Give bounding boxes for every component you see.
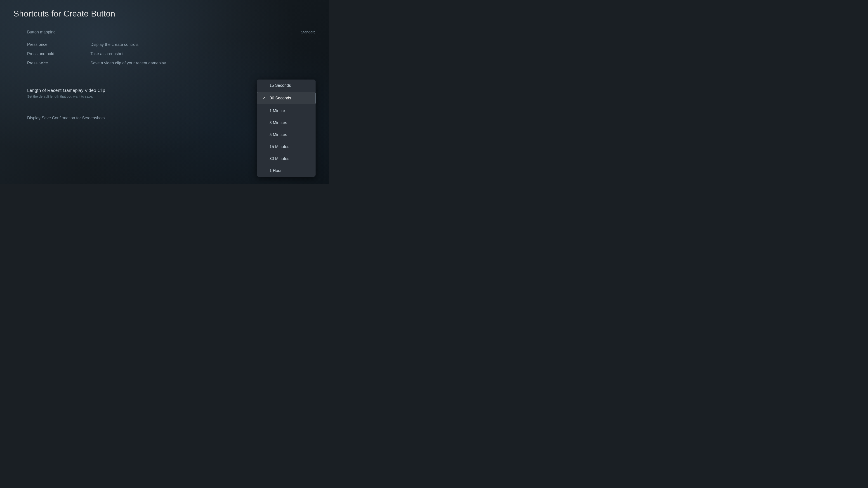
- dropdown-menu[interactable]: 15 Seconds✓30 Seconds1 Minute3 Minutes5 …: [257, 79, 315, 177]
- dropdown-option-5[interactable]: 15 Minutes: [257, 141, 315, 153]
- button-mapping-section: Button mapping Standard: [27, 30, 315, 35]
- dropdown-option-label-1: 30 Seconds: [270, 96, 291, 101]
- dropdown-option-0[interactable]: 15 Seconds: [257, 79, 315, 92]
- dropdown-option-label-4: 5 Minutes: [270, 132, 287, 137]
- dropdown-option-label-3: 3 Minutes: [270, 121, 287, 125]
- mapping-row-press-hold: Press and hold Take a screenshot.: [27, 49, 315, 59]
- dropdown-option-6[interactable]: 30 Minutes: [257, 153, 315, 165]
- dropdown-option-label-7: 1 Hour: [270, 168, 282, 173]
- button-mapping-table: Press once Display the create controls. …: [27, 40, 315, 68]
- dropdown-option-label-5: 15 Minutes: [270, 144, 289, 149]
- press-hold-key: Press and hold: [27, 52, 90, 56]
- dropdown-option-label-6: 30 Minutes: [270, 156, 289, 161]
- button-mapping-label: Button mapping: [27, 30, 56, 35]
- press-once-value: Display the create controls.: [90, 42, 140, 47]
- dropdown-option-3[interactable]: 3 Minutes: [257, 117, 315, 129]
- dropdown-option-label-2: 1 Minute: [270, 108, 285, 113]
- settings-area: Button mapping Standard Press once Displ…: [27, 30, 315, 125]
- dropdown-option-2[interactable]: 1 Minute: [257, 105, 315, 117]
- mapping-row-press-twice: Press twice Save a video clip of your re…: [27, 59, 315, 68]
- press-hold-value: Take a screenshot.: [90, 52, 125, 56]
- mapping-row-press-once: Press once Display the create controls.: [27, 40, 315, 49]
- checkmark-icon: ✓: [262, 96, 267, 100]
- dropdown-option-1[interactable]: ✓30 Seconds: [257, 92, 315, 104]
- dropdown-option-4[interactable]: 5 Minutes: [257, 129, 315, 141]
- dropdown-option-label-0: 15 Seconds: [270, 83, 291, 88]
- press-twice-key: Press twice: [27, 61, 90, 66]
- press-once-key: Press once: [27, 42, 90, 47]
- press-twice-value: Save a video clip of your recent gamepla…: [90, 61, 167, 66]
- standard-badge: Standard: [301, 30, 315, 34]
- dropdown-option-7[interactable]: 1 Hour: [257, 165, 315, 177]
- page-container: Shortcuts for Create Button Button mappi…: [0, 0, 329, 184]
- page-title: Shortcuts for Create Button: [13, 9, 315, 19]
